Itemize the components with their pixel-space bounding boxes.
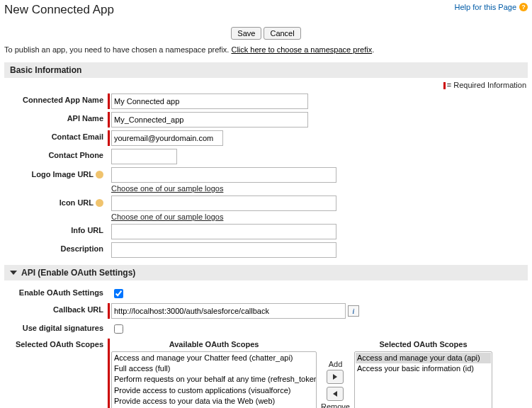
icon-url-input[interactable] [111, 196, 336, 211]
required-information-text: = Required Information [447, 81, 526, 89]
required-bar-icon [443, 82, 446, 89]
info-url-input[interactable] [111, 224, 336, 239]
scope-option[interactable]: Access your basic information (id) [356, 363, 491, 374]
cancel-button[interactable]: Cancel [264, 27, 300, 40]
help-link-text: Help for this Page [455, 3, 516, 11]
required-marker [108, 112, 110, 128]
namespace-suffix: . [372, 45, 374, 54]
required-marker [108, 94, 110, 109]
choose-sample-logo-link[interactable]: Choose one of our sample logos [111, 184, 336, 193]
scope-option[interactable]: Provide access to custom applications (v… [113, 385, 315, 396]
remove-scope-button[interactable] [327, 387, 344, 401]
arrow-left-icon [333, 391, 337, 397]
help-bubble-icon[interactable] [96, 199, 103, 207]
label-info-url: Info URL [4, 224, 108, 234]
scope-option[interactable]: Access and manage your Chatter feed (cha… [113, 353, 315, 363]
arrow-right-icon [333, 374, 337, 380]
save-button[interactable]: Save [231, 27, 261, 40]
scope-option[interactable]: Provide access to your data via the Web … [113, 396, 315, 407]
twisty-down-icon[interactable] [10, 271, 17, 275]
label-callback-url: Callback URL [4, 303, 108, 314]
description-input[interactable] [111, 242, 336, 258]
required-marker-off [108, 196, 110, 221]
section-basic-title: Basic Information [10, 65, 81, 75]
page-title: New Connected App [4, 3, 114, 17]
label-connected-app-name: Connected App Name [4, 94, 108, 104]
required-marker-off [108, 149, 110, 164]
help-for-page-link[interactable]: Help for this Page ? [455, 3, 528, 11]
connected-app-name-input[interactable] [111, 94, 308, 109]
choose-namespace-link[interactable]: Click here to choose a namespace prefix [231, 45, 372, 54]
callback-url-input[interactable] [111, 303, 346, 319]
contact-email-input[interactable] [111, 130, 223, 146]
available-scopes-title: Available OAuth Scopes [169, 340, 259, 348]
required-marker [108, 130, 110, 146]
required-marker-off [108, 242, 110, 258]
required-marker [108, 303, 110, 319]
scope-option[interactable]: Perform requests on your behalf at any t… [113, 374, 315, 385]
available-scopes-list[interactable]: Access and manage your Chatter feed (cha… [111, 351, 317, 408]
remove-label: Remove [321, 402, 350, 408]
label-logo-image-url: Logo Image URL [4, 167, 108, 178]
namespace-message: To publish an app, you need to have chos… [4, 45, 528, 54]
label-use-digital-signatures: Use digital signatures [4, 322, 108, 332]
enable-oauth-checkbox[interactable] [114, 289, 123, 298]
required-marker [108, 339, 110, 408]
section-api-oauth[interactable]: API (Enable OAuth Settings) [4, 265, 528, 280]
label-icon-url: Icon URL [4, 196, 108, 207]
selected-scopes-title: Selected OAuth Scopes [379, 340, 467, 348]
label-description: Description [4, 242, 108, 253]
add-scope-button[interactable] [327, 370, 344, 384]
scope-option[interactable]: Full access (full) [113, 363, 315, 374]
scope-option[interactable]: Access and manage your data (api) [356, 353, 491, 363]
required-marker-off [108, 167, 110, 193]
namespace-prefix-text: To publish an app, you need to have chos… [4, 45, 231, 54]
choose-sample-icon-link[interactable]: Choose one of our sample logos [111, 212, 336, 221]
label-contact-phone: Contact Phone [4, 149, 108, 159]
required-information-legend: = Required Information [4, 78, 528, 92]
selected-scopes-list[interactable]: Access and manage your data (api)Access … [354, 351, 492, 408]
label-api-name: API Name [4, 112, 108, 123]
label-enable-oauth: Enable OAuth Settings [4, 286, 108, 297]
label-contact-email: Contact Email [4, 130, 108, 141]
info-icon[interactable]: i [348, 305, 359, 317]
required-marker-off [108, 224, 110, 239]
section-basic-information: Basic Information [4, 62, 528, 78]
add-label: Add [329, 360, 343, 368]
logo-image-url-input[interactable] [111, 167, 336, 183]
api-name-input[interactable] [111, 112, 308, 128]
contact-phone-input[interactable] [111, 149, 177, 164]
use-digital-signatures-checkbox[interactable] [114, 324, 123, 334]
section-api-title: API (Enable OAuth Settings) [21, 268, 135, 278]
help-icon: ? [519, 3, 528, 11]
help-bubble-icon[interactable] [96, 171, 103, 178]
label-selected-oauth-scopes: Selected OAuth Scopes [4, 339, 108, 348]
